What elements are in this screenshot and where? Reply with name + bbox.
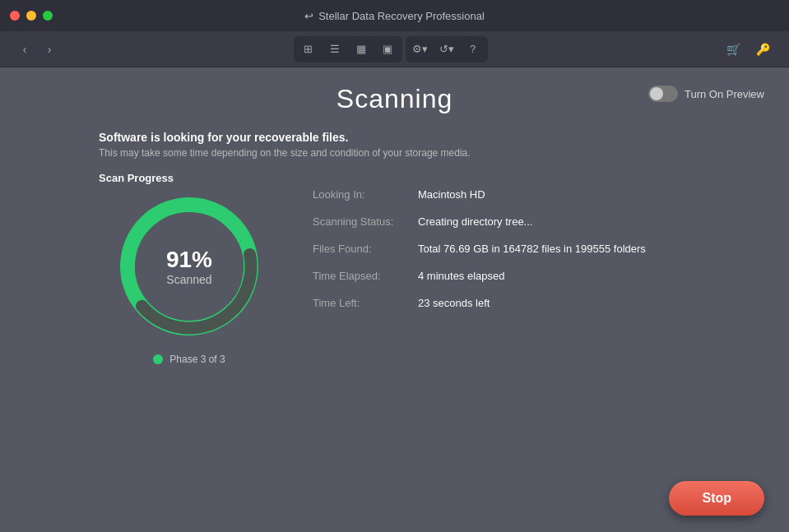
preview-toggle-switch[interactable] [648,86,678,102]
toolbar-center: ⊞ ☰ ▦ ▣ ⚙▾ ↺▾ ? [294,36,488,62]
files-found-label: Files Found: [313,243,411,255]
time-left-label: Time Left: [313,297,411,309]
scanning-status-value: Creating directory tree... [418,215,532,228]
time-left-value: 23 seconds left [418,297,490,309]
minimize-button[interactable] [26,11,36,21]
action-group: ⚙▾ ↺▾ ? [406,36,488,62]
scan-header: Scanning Turn On Preview [0,67,789,123]
key-button[interactable]: 🔑 [750,38,776,61]
status-row-looking-in: Looking In: Macintosh HD [313,188,690,201]
column-view-button[interactable]: ▦ [349,39,374,60]
status-row-time-elapsed: Time Elapsed: 4 minutes elapsed [313,270,690,282]
app-title-text: Stellar Data Recovery Professional [318,10,485,22]
app-title: ↩ Stellar Data Recovery Professional [304,10,485,22]
preview-toggle[interactable]: Turn On Preview [648,86,764,102]
stop-button[interactable]: Stop [669,481,764,516]
files-found-value: Total 76.69 GB in 164782 files in 199555… [418,243,646,255]
progress-left: Scan Progress 91% Scanned Phase 3 of 3 [99,172,280,365]
progress-area: Scan Progress 91% Scanned Phase 3 of 3 [0,164,789,373]
forward-button[interactable]: › [38,38,61,61]
view-toggle-group: ⊞ ☰ ▦ ▣ [294,36,402,62]
maximize-button[interactable] [43,11,53,21]
settings-button[interactable]: ⚙▾ [408,39,433,60]
back-button[interactable]: ‹ [13,38,36,61]
grid-view-button[interactable]: ⊞ [296,39,321,60]
traffic-lights [10,11,53,21]
phase-dot [153,354,163,364]
app-icon: ↩ [304,10,313,22]
help-button[interactable]: ? [461,39,485,60]
toolbar-right: 🛒 🔑 [720,38,776,61]
preview-toggle-label: Turn On Preview [685,88,764,100]
stop-button-container: Stop [669,481,764,516]
gallery-view-button[interactable]: ▣ [375,39,400,60]
time-elapsed-label: Time Elapsed: [313,270,411,282]
close-button[interactable] [10,11,20,21]
status-details: Looking In: Macintosh HD Scanning Status… [313,172,690,324]
status-row-scanning-status: Scanning Status: Creating directory tree… [313,215,690,228]
looking-in-label: Looking In: [313,188,411,201]
toolbar: ‹ › ⊞ ☰ ▦ ▣ ⚙▾ ↺▾ ? 🛒 🔑 [0,31,789,67]
scan-progress-label: Scan Progress [99,172,174,184]
nav-buttons: ‹ › [13,38,61,61]
progress-center-text: 91% Scanned [166,247,212,286]
circular-progress: 91% Scanned [115,192,263,340]
info-section: Software is looking for your recoverable… [0,123,789,164]
scanning-status-label: Scanning Status: [313,215,411,228]
info-subtitle: This may take some time depending on the… [99,147,690,159]
progress-percent: 91% [166,247,212,273]
scan-title: Scanning [336,84,453,114]
toggle-knob [650,87,663,100]
cart-button[interactable]: 🛒 [720,38,746,61]
time-elapsed-value: 4 minutes elapsed [418,270,505,282]
looking-in-value: Macintosh HD [418,188,485,201]
progress-scanned-label: Scanned [166,273,212,286]
titlebar: ↩ Stellar Data Recovery Professional [0,0,789,31]
main-content: Scanning Turn On Preview Software is loo… [0,67,789,532]
status-row-time-left: Time Left: 23 seconds left [313,297,690,309]
info-title: Software is looking for your recoverable… [99,131,690,144]
history-button[interactable]: ↺▾ [434,39,459,60]
status-row-files-found: Files Found: Total 76.69 GB in 164782 fi… [313,243,690,255]
list-view-button[interactable]: ☰ [323,39,347,60]
